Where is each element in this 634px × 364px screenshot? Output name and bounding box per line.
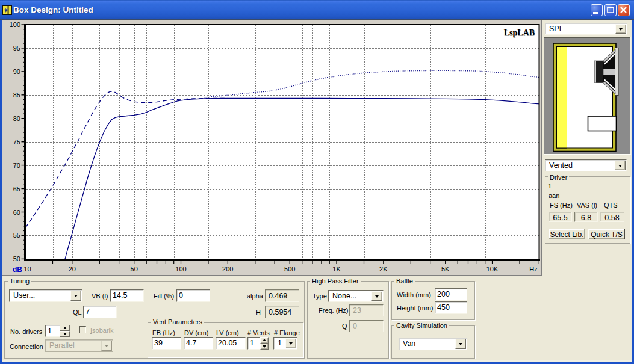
svg-text:65: 65 <box>13 185 20 193</box>
svg-text:60: 60 <box>13 209 20 216</box>
svg-text:70: 70 <box>13 162 20 169</box>
svg-text:500: 500 <box>284 265 295 273</box>
svg-text:dB: dB <box>13 265 22 274</box>
svg-text:75: 75 <box>13 138 20 146</box>
svg-text:LspLAB: LspLAB <box>504 28 535 37</box>
svg-text:200: 200 <box>222 265 233 273</box>
svg-text:1K: 1K <box>332 265 341 273</box>
svg-text:90: 90 <box>13 68 20 75</box>
svg-text:Hz: Hz <box>529 265 537 273</box>
svg-text:2K: 2K <box>379 265 388 273</box>
svg-text:10K: 10K <box>486 265 499 273</box>
svg-text:100: 100 <box>10 21 20 28</box>
svg-text:5K: 5K <box>441 265 450 273</box>
svg-text:80: 80 <box>13 115 20 122</box>
svg-text:95: 95 <box>13 45 20 52</box>
svg-text:85: 85 <box>13 91 20 99</box>
svg-text:100: 100 <box>175 265 186 273</box>
svg-text:10: 10 <box>23 265 31 273</box>
svg-text:50: 50 <box>13 255 20 262</box>
svg-text:55: 55 <box>13 232 20 239</box>
svg-text:50: 50 <box>131 265 138 273</box>
svg-text:20: 20 <box>69 265 76 273</box>
